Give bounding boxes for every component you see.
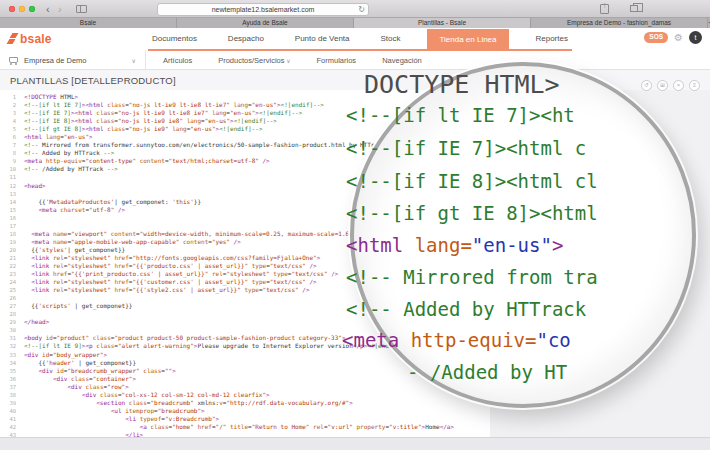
line-number: 42 (0, 423, 16, 431)
line-number: 34 (0, 359, 16, 367)
gear-icon[interactable]: ⚙ (674, 33, 683, 43)
line-number: 30 (0, 326, 16, 334)
line-number: 2 (0, 101, 16, 109)
magnifier-lens (350, 62, 696, 408)
line-number: 35 (0, 367, 16, 375)
line-number: 37 (0, 383, 16, 391)
line-number: 25 (0, 286, 16, 294)
subnav-item[interactable]: Artículos (163, 56, 192, 65)
nav-item[interactable]: Documentos (148, 28, 201, 50)
undo-icon[interactable]: ↺ (641, 80, 652, 91)
chevron-down-icon: ∨ (132, 57, 136, 64)
company-name: Empresa de Demo (24, 56, 87, 65)
line-number: 22 (0, 262, 16, 270)
cart-icon (9, 57, 18, 63)
line-number: 4 (0, 117, 16, 125)
line-number-gutter: 1234567891011121314151617181920212223242… (0, 90, 20, 437)
code-line: <section class="breadcrumb" xmlns:v="htt… (24, 399, 490, 407)
company-selector[interactable]: Empresa de Demo ∨ (0, 50, 146, 70)
line-number: 3 (0, 109, 16, 117)
sidebar-icon[interactable] (76, 5, 87, 13)
line-number: 15 (0, 206, 16, 214)
browser-tab[interactable]: Plantillas - Bsale (354, 18, 531, 28)
sos-badge[interactable]: SOS (644, 32, 668, 44)
forward-icon[interactable]: › (58, 1, 62, 17)
code-line: <li typeof="v:Breadcrumb"> (24, 415, 490, 423)
line-number: 13 (0, 190, 16, 198)
bsale-logo[interactable]: bsale (8, 32, 52, 46)
nav-item[interactable]: Punto de Venta (291, 28, 354, 50)
line-number: 16 (0, 214, 16, 222)
line-number: 26 (0, 294, 16, 302)
browser-tab[interactable]: Bsale (0, 18, 177, 28)
share-icon[interactable] (600, 4, 609, 14)
subnav-item[interactable]: Formularios (317, 56, 357, 65)
browser-tab[interactable]: Ayuda de Bsale (177, 18, 354, 28)
subnav-item[interactable]: Productos/Servicios ∨ (218, 56, 290, 65)
nav-item[interactable]: Tienda en Linea (427, 29, 508, 50)
nav-accent-line (148, 49, 572, 51)
browser-tab[interactable]: Empresa de Demo - fashion_damas (531, 18, 708, 28)
line-number: 21 (0, 254, 16, 262)
line-number: 41 (0, 415, 16, 423)
tab-strip: BsaleAyuda de BsalePlantillas - BsaleEmp… (0, 18, 710, 28)
address-bar[interactable]: newtemplate12.bsalemarket.com ↻ (157, 3, 369, 16)
line-number: 23 (0, 270, 16, 278)
line-number: 6 (0, 133, 16, 141)
url-text: newtemplate12.bsalemarket.com (212, 6, 315, 13)
page-title: PLANTILLAS [DETALLEPRODUCTO] (10, 75, 176, 86)
line-number: 33 (0, 351, 16, 359)
line-number: 14 (0, 198, 16, 206)
menu-icon[interactable]: ≡ (689, 80, 700, 91)
code-line: <div class="col-xs-12 col-sm-12 col-md-1… (24, 391, 490, 399)
editor-toolbar: ↺⊞×≡ (641, 80, 700, 91)
browser-tab-strip: BsaleAyuda de BsalePlantillas - BsaleEmp… (0, 18, 708, 28)
close-window-button[interactable] (9, 6, 15, 12)
logo-text: bsale (20, 32, 52, 46)
line-number: 36 (0, 375, 16, 383)
line-number: 1 (0, 93, 16, 101)
subnav-item[interactable]: Navegación (382, 56, 422, 65)
line-number: 12 (0, 182, 16, 190)
line-number: 38 (0, 391, 16, 399)
line-number: 28 (0, 310, 16, 318)
line-number: 9 (0, 157, 16, 165)
line-number: 27 (0, 302, 16, 310)
back-icon[interactable]: ‹ (46, 1, 50, 17)
bolt-icon (8, 33, 17, 45)
line-number: 29 (0, 318, 16, 326)
line-number: 19 (0, 238, 16, 246)
tab-overview-icon[interactable] (630, 5, 638, 12)
line-number: 40 (0, 407, 16, 415)
line-number: 18 (0, 230, 16, 238)
line-number: 5 (0, 125, 16, 133)
main-nav: DocumentosDespachoPunto de VentaStockTie… (148, 28, 572, 50)
line-number: 11 (0, 173, 16, 181)
nav-item[interactable]: Reportes (531, 28, 571, 50)
sub-nav: ArtículosProductos/Servicios ∨Formulario… (163, 50, 422, 70)
line-number: 24 (0, 278, 16, 286)
header-actions: SOS ⚙ t (644, 31, 702, 44)
chevron-down-icon: ∨ (284, 58, 290, 64)
code-line: <ul itemprop="breadcrumb"> (24, 407, 490, 415)
avatar[interactable]: t (689, 31, 702, 44)
line-number: 32 (0, 342, 16, 350)
close-icon[interactable]: × (673, 80, 684, 91)
nav-item[interactable]: Stock (376, 28, 404, 50)
bottom-strip (0, 437, 710, 450)
code-line: <div class="container"> (24, 375, 490, 383)
line-number: 8 (0, 149, 16, 157)
line-number: 17 (0, 222, 16, 230)
line-number: 39 (0, 399, 16, 407)
sub-header: Empresa de Demo ∨ ArtículosProductos/Ser… (0, 50, 710, 70)
app-header: bsale DocumentosDespachoPunto de VentaSt… (0, 28, 710, 50)
code-line: <div class="row"> (24, 383, 490, 391)
zoom-window-button[interactable] (29, 6, 35, 12)
browser-toolbar: ‹ › newtemplate12.bsalemarket.com ↻ (0, 0, 710, 18)
line-number: 31 (0, 334, 16, 342)
nav-item[interactable]: Despacho (224, 28, 268, 50)
code-line: <a class="home" href="/" title="Return t… (24, 423, 490, 431)
copy-icon[interactable]: ⊞ (657, 80, 668, 91)
minimize-window-button[interactable] (19, 6, 25, 12)
reload-icon[interactable]: ↻ (358, 5, 365, 15)
